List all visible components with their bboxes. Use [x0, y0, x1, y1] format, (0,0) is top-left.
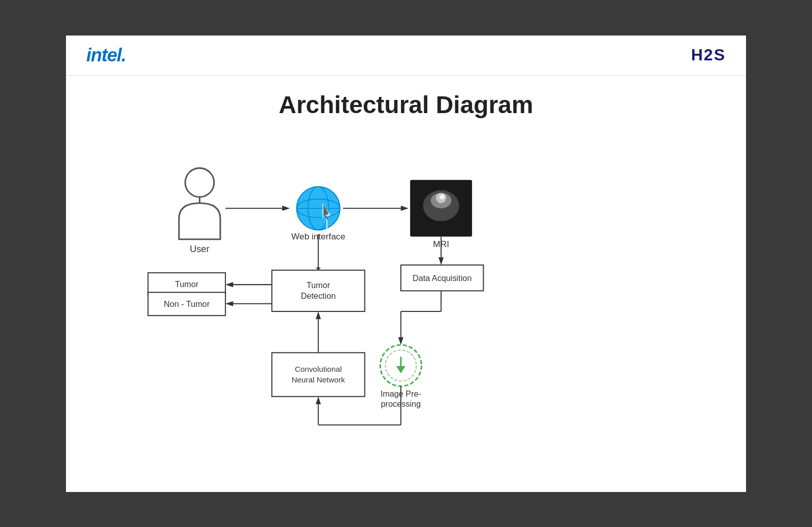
svg-marker-41 — [225, 301, 233, 306]
non-tumor-label: Non - Tumor — [164, 299, 210, 308]
tumor-detection-label1: Tumor — [307, 280, 330, 290]
cnn-label1: Convolutional — [295, 364, 342, 373]
svg-marker-39 — [225, 282, 233, 287]
svg-marker-11 — [401, 205, 409, 210]
svg-marker-18 — [438, 257, 444, 265]
slide-container: intel. H2S Architectural Diagram User — [66, 36, 746, 492]
user-label: User — [190, 243, 210, 254]
svg-marker-34 — [316, 311, 321, 319]
svg-rect-32 — [272, 353, 365, 396]
svg-point-0 — [185, 168, 214, 197]
svg-marker-27 — [396, 366, 405, 373]
slide-title: Architectural Diagram — [96, 91, 716, 119]
cnn-label2: Neural Network — [292, 375, 345, 384]
tumor-detection-label2: Detection — [301, 291, 336, 300]
slide-content: Architectural Diagram User — [66, 76, 746, 494]
svg-marker-23 — [398, 337, 403, 344]
svg-point-16 — [439, 194, 445, 199]
data-acquisition-label: Data Acquisition — [413, 273, 472, 283]
tumor-label: Tumor — [175, 279, 199, 289]
svg-marker-3 — [282, 205, 290, 210]
intel-logo: intel. — [86, 45, 126, 66]
diagram-area: User Web interface — [96, 139, 716, 484]
h2s-logo: H2S — [691, 46, 726, 64]
svg-marker-31 — [316, 396, 321, 404]
header: intel. H2S — [66, 36, 746, 76]
